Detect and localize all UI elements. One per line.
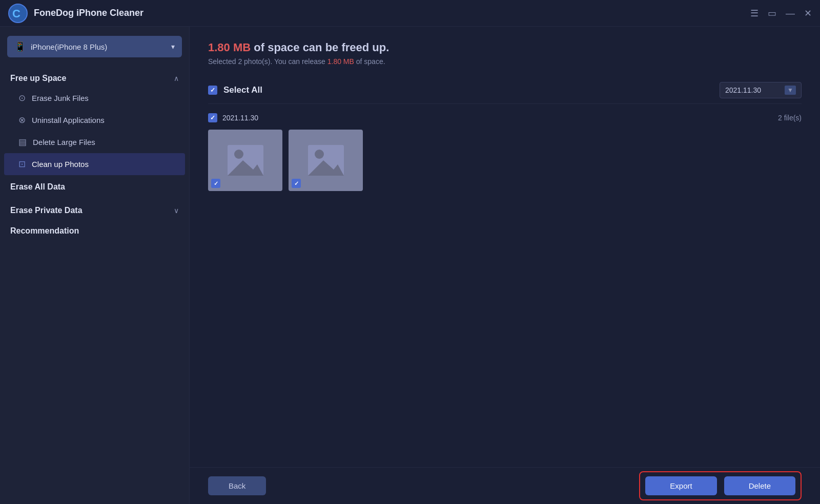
photo-thumbnail-1[interactable] xyxy=(208,130,282,191)
chat-icon[interactable]: ▭ xyxy=(768,8,776,19)
photo-placeholder-icon-1 xyxy=(228,145,263,176)
selected-count: 2 xyxy=(238,57,242,66)
sidebar-item-uninstall-apps[interactable]: ⊗ Uninstall Applications xyxy=(4,109,185,131)
free-up-space-section[interactable]: Free up Space ∧ xyxy=(0,67,189,87)
dropdown-arrow-icon: ▼ xyxy=(785,86,796,95)
erase-private-data-section[interactable]: Erase Private Data ∨ xyxy=(0,199,189,219)
window-controls: ☰ ▭ — ✕ xyxy=(750,0,812,27)
sidebar-item-label: Delete Large Files xyxy=(33,138,95,146)
photo-checkbox-2[interactable] xyxy=(292,179,301,188)
sidebar-item-label: Erase Junk Files xyxy=(32,94,89,102)
photo-grid xyxy=(208,130,802,191)
back-button[interactable]: Back xyxy=(208,476,266,495)
main-content: 1.80 MB of space can be freed up. Select… xyxy=(190,27,820,504)
erase-all-data-section[interactable]: Erase All Data xyxy=(0,175,189,199)
bottom-bar: Back Export Delete xyxy=(190,467,820,504)
erase-private-data-title: Erase Private Data xyxy=(10,206,83,215)
menu-icon[interactable]: ☰ xyxy=(750,8,758,19)
file-icon: ▤ xyxy=(18,137,27,148)
export-button[interactable]: Export xyxy=(645,476,716,495)
device-chevron-icon: ▾ xyxy=(171,43,175,51)
close-button[interactable]: ✕ xyxy=(804,8,812,19)
space-info-primary: 1.80 MB of space can be freed up. xyxy=(208,41,802,54)
photo-group-date: 2021.11.30 xyxy=(222,114,258,122)
minimize-button[interactable]: — xyxy=(786,8,795,19)
sidebar-item-delete-large[interactable]: ▤ Delete Large Files xyxy=(4,131,185,153)
select-all-row: Select All 2021.11.30 ▼ xyxy=(208,77,802,104)
release-amount: 1.80 MB xyxy=(327,57,354,66)
app-logo: C xyxy=(8,4,28,23)
recommendation-title: Recommendation xyxy=(10,226,79,235)
space-text: of space can be freed up. xyxy=(251,41,389,54)
group-checkbox[interactable] xyxy=(208,113,217,122)
recommendation-section[interactable]: Recommendation xyxy=(0,219,189,243)
titlebar: C FoneDog iPhone Cleaner ☰ ▭ — ✕ xyxy=(0,0,820,27)
erase-private-chevron-icon: ∨ xyxy=(174,206,179,215)
space-info-secondary: Selected 2 photo(s). You can release 1.8… xyxy=(208,57,802,66)
photo-placeholder-icon-2 xyxy=(308,145,344,176)
sidebar: 📱 iPhone(iPhone 8 Plus) ▾ Free up Space … xyxy=(0,27,190,504)
delete-button[interactable]: Delete xyxy=(724,476,795,495)
sidebar-item-label: Clean up Photos xyxy=(32,160,89,169)
sidebar-item-label: Uninstall Applications xyxy=(32,116,105,124)
photo-group-header: 2021.11.30 2 file(s) xyxy=(208,111,802,124)
select-all-checkbox[interactable] xyxy=(208,86,217,95)
free-up-space-chevron: ∧ xyxy=(174,74,179,82)
phone-icon: 📱 xyxy=(14,41,26,52)
photo-thumbnail-2[interactable] xyxy=(289,130,363,191)
date-filter-text: 2021.11.30 xyxy=(725,86,781,94)
sidebar-item-erase-junk[interactable]: ⊙ Erase Junk Files xyxy=(4,87,185,109)
space-info: 1.80 MB of space can be freed up. Select… xyxy=(208,41,802,66)
subtitle-suffix: of space. xyxy=(354,57,385,66)
uninstall-icon: ⊗ xyxy=(18,115,26,125)
free-up-space-title: Free up Space xyxy=(10,74,66,83)
photos-icon: ⊡ xyxy=(18,159,26,170)
svg-point-6 xyxy=(315,150,324,159)
photo-checkbox-1[interactable] xyxy=(211,179,220,188)
subtitle-prefix: Selected xyxy=(208,57,238,66)
svg-text:C: C xyxy=(12,7,20,20)
device-selector[interactable]: 📱 iPhone(iPhone 8 Plus) ▾ xyxy=(7,36,182,57)
device-name: iPhone(iPhone 8 Plus) xyxy=(31,43,107,51)
space-amount: 1.80 MB xyxy=(208,41,251,54)
subtitle-mid: photo(s). You can release xyxy=(242,57,327,66)
clock-icon: ⊙ xyxy=(18,93,26,103)
photo-group-count: 2 file(s) xyxy=(778,114,802,122)
svg-point-3 xyxy=(234,150,243,159)
date-filter-dropdown[interactable]: 2021.11.30 ▼ xyxy=(720,82,802,98)
erase-all-data-title: Erase All Data xyxy=(10,182,65,191)
select-all-label: Select All xyxy=(223,85,262,95)
sidebar-item-clean-photos[interactable]: ⊡ Clean up Photos xyxy=(4,153,185,175)
photo-group: 2021.11.30 2 file(s) xyxy=(208,111,802,191)
action-buttons-group: Export Delete xyxy=(639,471,802,500)
app-title: FoneDog iPhone Cleaner xyxy=(34,8,144,18)
